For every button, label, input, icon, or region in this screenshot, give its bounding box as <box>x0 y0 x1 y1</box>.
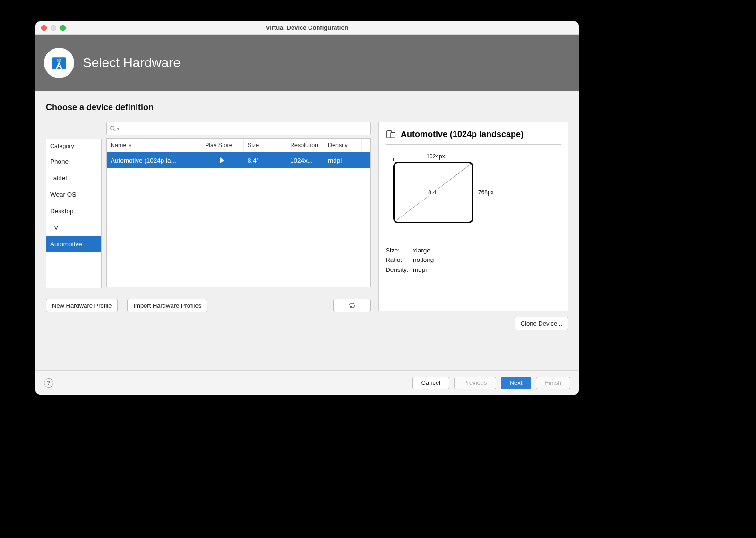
cell-resolution: 1024x... <box>286 153 324 168</box>
height-label: 768px <box>478 189 494 196</box>
sidebar-item-tv[interactable]: TV <box>46 219 101 236</box>
sidebar-item-automotive[interactable]: Automotive <box>46 236 101 252</box>
page-title: Select Hardware <box>83 55 180 70</box>
category-header: Category <box>46 139 101 153</box>
spec-ratio: notlong <box>413 255 561 265</box>
category-list: Category Phone Tablet Wear OS Desktop TV… <box>46 139 102 288</box>
svg-point-3 <box>111 126 114 130</box>
next-button[interactable]: Next <box>501 377 532 389</box>
chevron-down-icon: ▾ <box>117 127 119 131</box>
help-button[interactable]: ? <box>44 378 53 388</box>
titlebar: Virtual Device Configuration <box>35 21 579 35</box>
import-hardware-profiles-button[interactable]: Import Hardware Profiles <box>127 299 207 312</box>
preview-title: Automotive (1024p landscape) <box>401 130 524 139</box>
table-row[interactable]: Automotive (1024p la... 8.4" 1024x... md… <box>107 152 370 168</box>
diagonal-label: 8.4" <box>426 189 440 196</box>
cell-density: mdpi <box>324 153 362 168</box>
finish-button: Finish <box>536 377 570 389</box>
specs: Size:xlarge Ratio:notlong Density:mdpi <box>386 246 561 275</box>
device-icon <box>386 129 396 139</box>
footer: ? Cancel Previous Next Finish <box>35 370 579 395</box>
col-resolution[interactable]: Resolution <box>286 139 324 152</box>
cell-size: 8.4" <box>244 153 286 168</box>
dimension-diagram: 1024px 768px 8.4" <box>388 156 507 246</box>
col-density[interactable]: Density <box>324 139 362 152</box>
spec-size: xlarge <box>413 246 561 255</box>
cancel-button[interactable]: Cancel <box>412 377 449 389</box>
new-hardware-profile-button[interactable]: New Hardware Profile <box>46 299 118 312</box>
svg-line-4 <box>114 130 116 131</box>
play-store-icon <box>201 152 244 168</box>
cell-name: Automotive (1024p la... <box>107 153 201 168</box>
android-studio-icon <box>44 48 74 78</box>
refresh-button[interactable] <box>333 299 371 312</box>
search-icon <box>110 125 116 132</box>
sort-desc-icon: ▼ <box>128 143 132 148</box>
device-table: Name▼ Play Store Size Resolution Density… <box>106 138 371 287</box>
section-heading: Choose a device definition <box>46 103 568 113</box>
clone-device-button[interactable]: Clone Device... <box>515 317 568 330</box>
svg-point-1 <box>57 59 58 60</box>
col-name[interactable]: Name▼ <box>107 139 201 152</box>
col-size[interactable]: Size <box>244 139 286 152</box>
window: Virtual Device Configuration Select Hard… <box>35 21 579 395</box>
sidebar-item-phone[interactable]: Phone <box>46 153 101 170</box>
window-title: Virtual Device Configuration <box>35 24 579 31</box>
header: Select Hardware <box>35 35 579 91</box>
previous-button: Previous <box>454 377 496 389</box>
col-playstore[interactable]: Play Store <box>201 139 244 152</box>
refresh-icon <box>348 302 356 309</box>
preview-panel: Automotive (1024p landscape) 1024px 768p… <box>378 122 568 311</box>
svg-rect-6 <box>391 132 395 138</box>
sidebar-item-desktop[interactable]: Desktop <box>46 203 101 219</box>
spec-density: mdpi <box>413 265 561 275</box>
search-input[interactable]: ▾ <box>106 122 371 135</box>
sidebar-item-tablet[interactable]: Tablet <box>46 170 101 186</box>
sidebar-item-wear-os[interactable]: Wear OS <box>46 186 101 203</box>
svg-point-2 <box>60 59 61 60</box>
